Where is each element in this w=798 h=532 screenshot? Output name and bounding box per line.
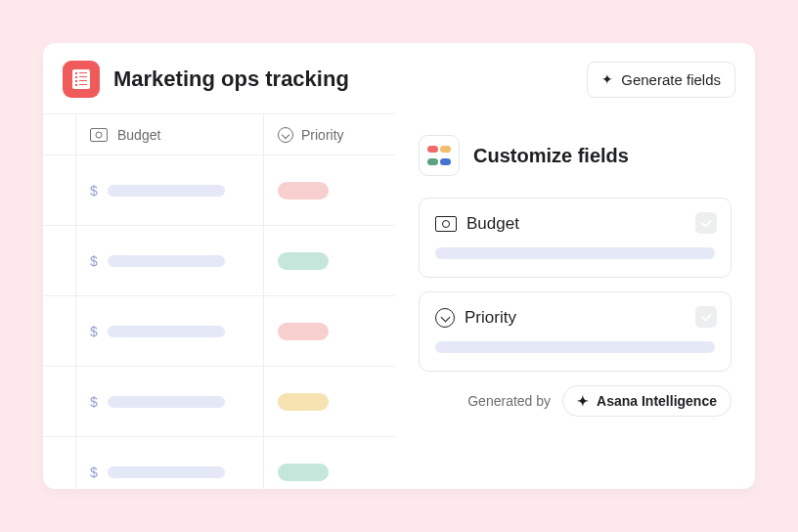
budget-value-placeholder [108,466,225,478]
table-row[interactable]: $ [43,155,395,226]
generated-by-row: Generated by ✦ Asana Intelligence [419,385,732,417]
money-icon [90,128,108,142]
sparkle-icon: ✦ [601,71,613,87]
column-header-budget[interactable]: Budget [76,114,264,155]
currency-symbol: $ [90,183,98,199]
customize-fields-icon [419,135,460,176]
field-checkbox[interactable] [695,306,717,328]
body: Budget Priority $ [43,113,755,487]
header-left: Marketing ops tracking [63,61,349,98]
budget-value-placeholder [108,326,225,337]
table-row[interactable]: $ [43,437,395,489]
priority-pill [278,252,329,270]
priority-pill [278,393,329,411]
table-row[interactable]: $ [43,226,395,296]
table-row[interactable]: $ [43,367,395,437]
generate-fields-button[interactable]: ✦ Generate fields [587,62,735,98]
table-header-row: Budget Priority [43,114,395,155]
priority-pill [278,464,329,481]
chevron-down-circle-icon [435,308,455,328]
table-row[interactable]: $ [43,296,395,367]
project-icon [63,61,100,98]
chevron-down-circle-icon [278,127,293,143]
priority-pill [278,323,329,340]
field-card-budget[interactable]: Budget [419,198,732,278]
generated-by-label: Generated by [467,393,551,409]
currency-symbol: $ [90,394,98,410]
tracking-table: Budget Priority $ [43,113,395,487]
field-checkbox[interactable] [695,212,717,234]
field-preview-bar [435,247,715,259]
budget-value-placeholder [108,396,225,408]
field-card-priority[interactable]: Priority [419,291,732,372]
priority-pill [278,182,329,200]
generate-fields-label: Generate fields [621,71,721,88]
field-label: Priority [465,308,516,328]
budget-value-placeholder [108,255,225,267]
budget-value-placeholder [108,185,225,197]
ai-chip-label: Asana Intelligence [597,393,717,409]
customize-fields-panel: Customize fields Budget Priority [395,113,755,487]
currency-symbol: $ [90,324,98,339]
header: Marketing ops tracking ✦ Generate fields [43,43,755,113]
panel-title: Customize fields [473,145,629,167]
page-title: Marketing ops tracking [113,66,349,92]
field-label: Budget [466,214,519,234]
currency-symbol: $ [90,253,98,269]
app-card: Marketing ops tracking ✦ Generate fields… [43,43,755,489]
column-header-priority[interactable]: Priority [264,114,395,155]
sparkle-icon: ✦ [577,393,589,409]
asana-intelligence-chip[interactable]: ✦ Asana Intelligence [562,385,732,417]
money-icon [435,216,457,232]
field-preview-bar [435,341,715,353]
currency-symbol: $ [90,465,98,480]
panel-header: Customize fields [419,135,732,176]
